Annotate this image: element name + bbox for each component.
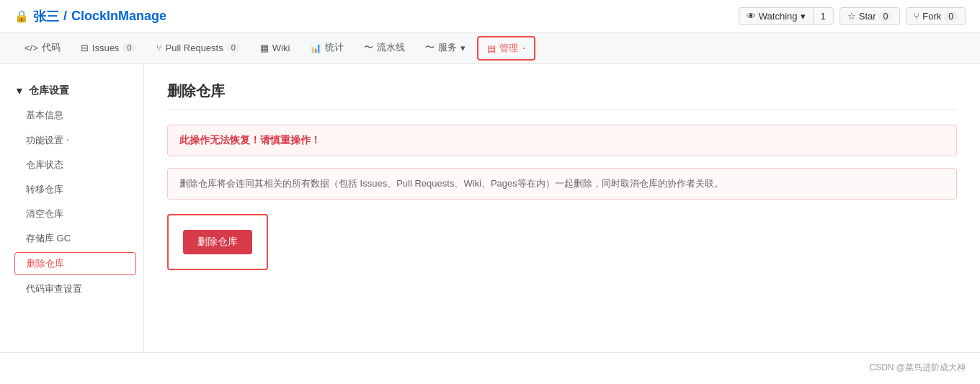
warning-strong-box: 此操作无法恢复！请慎重操作！ [167,125,957,156]
pipeline-icon: 〜 [364,41,373,54]
pr-icon: ⑂ [156,43,162,53]
fork-button-group[interactable]: ⑂ Fork 0 [906,7,966,25]
sidebar: ▼ 仓库设置 基本信息 功能设置 · 仓库状态 转移仓库 清空仓库 存储库 GC… [0,64,144,352]
sidebar-item-code-review[interactable]: 代码审查设置 [0,277,143,301]
triangle-icon: ▼ [14,85,24,97]
delete-repo-button[interactable]: 删除仓库 [183,230,252,254]
tab-manage[interactable]: ▤ 管理 · [477,36,535,61]
manage-icon: ▤ [487,43,496,54]
star-button-group[interactable]: ☆ Star 0 [839,7,901,25]
chevron-down-icon: ▾ [801,11,806,22]
warning-strong-text: 此操作无法恢复！请慎重操作！ [179,134,321,146]
tab-issues-label: Issues [92,43,120,53]
sidebar-item-repo-gc[interactable]: 存储库 GC [0,226,143,251]
watching-label: Watching [759,11,798,22]
header: 🔒 张三 / ClockInManage 👁 Watching ▾ 1 ☆ St… [0,0,980,33]
manage-dot: · [522,42,525,55]
sidebar-item-transfer-repo[interactable]: 转移仓库 [0,177,143,202]
sidebar-section-title: ▼ 仓库设置 [0,79,143,103]
issues-badge: 0 [122,43,135,52]
wiki-icon: ▦ [260,43,269,53]
tab-code-label: 代码 [42,41,61,54]
sidebar-item-repo-status[interactable]: 仓库状态 [0,153,143,177]
sidebar-item-feature-settings[interactable]: 功能设置 · [0,128,143,153]
repo-title: 🔒 张三 / ClockInManage [14,8,166,25]
eye-icon: 👁 [747,11,756,22]
info-box: 删除仓库将会连同其相关的所有数据（包括 Issues、Pull Requests… [167,168,957,200]
tab-stats-label: 统计 [325,41,344,54]
separator: / [63,9,67,24]
repo-owner[interactable]: 张三 [33,8,59,25]
chevron-down-icon: ▾ [460,43,466,53]
tab-issues[interactable]: ⊟ Issues 0 [71,35,146,62]
stats-icon: 📊 [310,43,321,53]
code-icon: </> [24,43,38,53]
watching-button-group: 👁 Watching ▾ 1 [739,7,834,25]
lock-icon: 🔒 [14,9,29,23]
tab-manage-label: 管理 [499,42,518,55]
page-title: 删除仓库 [167,81,957,110]
fork-icon: ⑂ [914,11,919,22]
issues-icon: ⊟ [81,43,89,53]
tab-code[interactable]: </> 代码 [14,34,71,63]
info-text: 删除仓库将会连同其相关的所有数据（包括 Issues、Pull Requests… [179,178,723,189]
services-icon: 〜 [425,41,435,54]
tab-pull-requests[interactable]: ⑂ Pull Requests 0 [146,35,250,62]
tab-pipeline-label: 流水线 [377,41,405,54]
sidebar-item-delete-repo[interactable]: 删除仓库 [14,252,136,275]
main-layout: ▼ 仓库设置 基本信息 功能设置 · 仓库状态 转移仓库 清空仓库 存储库 GC… [0,64,980,352]
star-icon: ☆ [847,11,856,22]
tab-services[interactable]: 〜 服务 ▾ [415,34,476,63]
tab-wiki[interactable]: ▦ Wiki [250,35,300,62]
star-label: Star [859,11,876,22]
fork-label: Fork [922,11,941,22]
star-count: 0 [879,12,893,22]
feature-dot: · [66,133,69,146]
footer-text: CSDN @菜鸟进阶成大神 [869,362,966,372]
watching-count[interactable]: 1 [813,7,834,25]
tab-pr-label: Pull Requests [166,43,223,53]
header-actions: 👁 Watching ▾ 1 ☆ Star 0 ⑂ Fork 0 [739,7,966,25]
nav-tabs: </> 代码 ⊟ Issues 0 ⑂ Pull Requests 0 ▦ Wi… [0,33,980,64]
delete-button-area: 删除仓库 [167,214,268,270]
fork-count: 0 [944,12,958,22]
pr-badge: 0 [227,43,240,52]
sidebar-item-clear-repo[interactable]: 清空仓库 [0,202,143,226]
watching-button[interactable]: 👁 Watching ▾ [739,7,813,25]
tab-stats[interactable]: 📊 统计 [300,34,354,63]
tab-pipeline[interactable]: 〜 流水线 [354,34,415,63]
tab-services-label: 服务 [438,41,457,54]
repo-name[interactable]: ClockInManage [71,9,166,24]
section-label: 仓库设置 [29,84,69,97]
footer: CSDN @菜鸟进阶成大神 [0,352,980,383]
tab-wiki-label: Wiki [272,43,290,53]
content-area: 删除仓库 此操作无法恢复！请慎重操作！ 删除仓库将会连同其相关的所有数据（包括 … [144,64,980,352]
sidebar-item-basic-info[interactable]: 基本信息 [0,103,143,128]
